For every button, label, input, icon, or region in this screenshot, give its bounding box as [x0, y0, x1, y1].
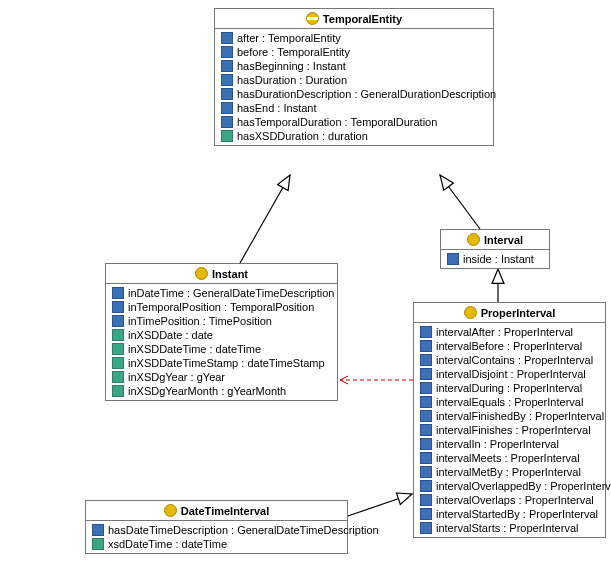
property-label: inside : Instant: [463, 253, 534, 265]
property-row: after : TemporalEntity: [219, 31, 489, 45]
object-property-icon: [420, 354, 432, 366]
property-label: intervalAfter : ProperInterval: [436, 326, 573, 338]
property-row: intervalBefore : ProperInterval: [418, 339, 601, 353]
property-row: inXSDDate : date: [110, 328, 333, 342]
class-title: Instant: [106, 264, 337, 284]
property-label: intervalContains : ProperInterval: [436, 354, 593, 366]
object-property-icon: [221, 46, 233, 58]
property-label: intervalMetBy : ProperInterval: [436, 466, 581, 478]
svg-line-1: [440, 175, 480, 229]
property-label: inDateTime : GeneralDateTimeDescription: [128, 287, 334, 299]
object-property-icon: [420, 326, 432, 338]
property-label: xsdDateTime : dateTime: [108, 538, 227, 550]
class-body: inDateTime : GeneralDateTimeDescriptioni…: [106, 284, 337, 400]
property-row: inXSDgYear : gYear: [110, 370, 333, 384]
class-body: intervalAfter : ProperIntervalintervalBe…: [414, 323, 605, 537]
property-row: intervalOverlaps : ProperInterval: [418, 493, 601, 507]
property-row: intervalIn : ProperInterval: [418, 437, 601, 451]
property-label: intervalDisjoint : ProperInterval: [436, 368, 586, 380]
property-label: intervalFinishes : ProperInterval: [436, 424, 591, 436]
property-label: intervalDuring : ProperInterval: [436, 382, 582, 394]
property-row: intervalEquals : ProperInterval: [418, 395, 601, 409]
datatype-property-icon: [92, 538, 104, 550]
class-title-text: TemporalEntity: [323, 13, 402, 25]
class-icon: [467, 233, 480, 246]
class-body: hasDateTimeDescription : GeneralDateTime…: [86, 521, 347, 553]
object-property-icon: [221, 32, 233, 44]
class-body: inside : Instant: [441, 250, 549, 268]
property-label: inXSDgYear : gYear: [128, 371, 225, 383]
property-row: hasDurationDescription : GeneralDuration…: [219, 87, 489, 101]
property-row: intervalDuring : ProperInterval: [418, 381, 601, 395]
class-title: DateTimeInterval: [86, 501, 347, 521]
object-property-icon: [112, 301, 124, 313]
class-date-time-interval: DateTimeInterval hasDateTimeDescription …: [85, 500, 348, 554]
class-title-text: DateTimeInterval: [181, 505, 269, 517]
property-row: intervalMetBy : ProperInterval: [418, 465, 601, 479]
object-property-icon: [221, 102, 233, 114]
property-label: intervalStarts : ProperInterval: [436, 522, 578, 534]
object-property-icon: [112, 287, 124, 299]
property-row: intervalStarts : ProperInterval: [418, 521, 601, 535]
property-row: intervalFinishes : ProperInterval: [418, 423, 601, 437]
property-row: intervalOverlappedBy : ProperInterval: [418, 479, 601, 493]
object-property-icon: [92, 524, 104, 536]
property-label: intervalOverlaps : ProperInterval: [436, 494, 594, 506]
property-label: hasDateTimeDescription : GeneralDateTime…: [108, 524, 379, 536]
datatype-property-icon: [221, 130, 233, 142]
object-property-icon: [420, 452, 432, 464]
property-row: intervalFinishedBy : ProperInterval: [418, 409, 601, 423]
property-row: hasDuration : Duration: [219, 73, 489, 87]
property-label: intervalOverlappedBy : ProperInterval: [436, 480, 611, 492]
property-label: inTimePosition : TimePosition: [128, 315, 272, 327]
property-row: intervalContains : ProperInterval: [418, 353, 601, 367]
object-property-icon: [221, 88, 233, 100]
property-row: intervalStartedBy : ProperInterval: [418, 507, 601, 521]
property-row: intervalAfter : ProperInterval: [418, 325, 601, 339]
property-label: before : TemporalEntity: [237, 46, 350, 58]
property-label: intervalIn : ProperInterval: [436, 438, 559, 450]
property-row: intervalDisjoint : ProperInterval: [418, 367, 601, 381]
property-label: hasDurationDescription : GeneralDuration…: [237, 88, 496, 100]
svg-line-3: [345, 494, 412, 517]
property-label: hasEnd : Instant: [237, 102, 317, 114]
class-interval: Interval inside : Instant: [440, 229, 550, 269]
class-proper-interval: ProperInterval intervalAfter : ProperInt…: [413, 302, 606, 538]
class-icon: [306, 12, 319, 25]
property-row: inXSDgYearMonth : gYearMonth: [110, 384, 333, 398]
property-label: after : TemporalEntity: [237, 32, 341, 44]
object-property-icon: [447, 253, 459, 265]
property-label: intervalBefore : ProperInterval: [436, 340, 582, 352]
svg-line-0: [240, 175, 290, 263]
class-temporal-entity: TemporalEntity after : TemporalEntitybef…: [214, 8, 494, 146]
property-label: hasBeginning : Instant: [237, 60, 346, 72]
object-property-icon: [420, 480, 432, 492]
object-property-icon: [221, 74, 233, 86]
property-row: inDateTime : GeneralDateTimeDescription: [110, 286, 333, 300]
object-property-icon: [221, 60, 233, 72]
property-row: hasEnd : Instant: [219, 101, 489, 115]
property-row: xsdDateTime : dateTime: [90, 537, 343, 551]
class-icon: [195, 267, 208, 280]
datatype-property-icon: [112, 357, 124, 369]
object-property-icon: [420, 466, 432, 478]
object-property-icon: [420, 396, 432, 408]
class-title: ProperInterval: [414, 303, 605, 323]
property-label: intervalFinishedBy : ProperInterval: [436, 410, 604, 422]
class-title-text: Instant: [212, 268, 248, 280]
object-property-icon: [420, 522, 432, 534]
datatype-property-icon: [112, 343, 124, 355]
object-property-icon: [420, 424, 432, 436]
class-title: Interval: [441, 230, 549, 250]
object-property-icon: [221, 116, 233, 128]
property-row: inTimePosition : TimePosition: [110, 314, 333, 328]
property-label: inXSDDateTimeStamp : dateTimeStamp: [128, 357, 325, 369]
property-label: hasXSDDuration : duration: [237, 130, 368, 142]
property-row: hasTemporalDuration : TemporalDuration: [219, 115, 489, 129]
object-property-icon: [420, 410, 432, 422]
datatype-property-icon: [112, 385, 124, 397]
property-row: inXSDDateTimeStamp : dateTimeStamp: [110, 356, 333, 370]
object-property-icon: [420, 382, 432, 394]
datatype-property-icon: [112, 329, 124, 341]
object-property-icon: [420, 438, 432, 450]
